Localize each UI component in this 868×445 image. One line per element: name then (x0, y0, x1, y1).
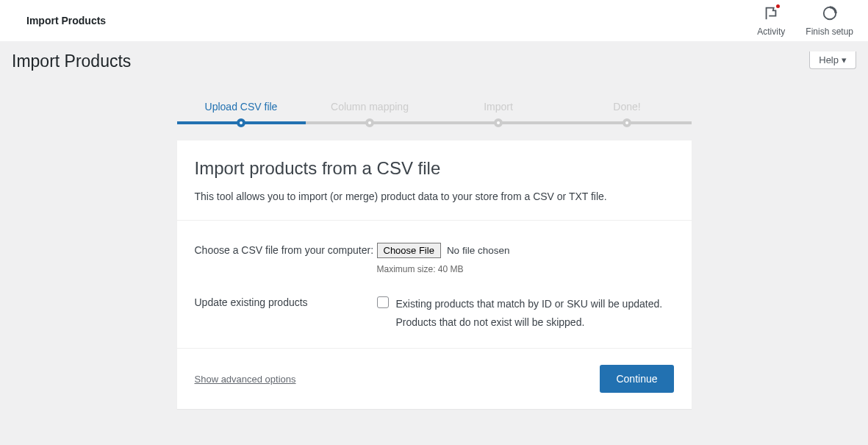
flag-icon (763, 5, 779, 24)
step-dot-icon (365, 118, 374, 127)
update-existing-checkbox[interactable] (377, 296, 389, 308)
help-button[interactable]: Help ▾ (809, 51, 856, 69)
file-status-text: No file chosen (447, 245, 510, 256)
update-row: Update existing products Existing produc… (195, 285, 674, 342)
file-row-content: Choose File No file chosen Maximum size:… (377, 243, 674, 274)
max-size-hint: Maximum size: 40 MB (377, 264, 674, 274)
finish-setup-button[interactable]: Finish setup (806, 5, 853, 37)
content-area: Import Products Help ▾ Upload CSV file C… (0, 41, 868, 438)
file-input[interactable]: Choose File No file chosen (377, 243, 674, 258)
top-bar-title: Import Products (26, 15, 106, 26)
notification-dot (776, 4, 780, 8)
step-progress: Upload CSV file Column mapping Import Do… (177, 101, 692, 124)
step-dot-icon (494, 118, 503, 127)
step-bar (563, 121, 692, 124)
file-row-label: Choose a CSV file from your computer: (195, 243, 377, 274)
step-dot-icon (623, 118, 631, 127)
update-description: Existing products that match by ID or SK… (396, 295, 674, 332)
activity-button[interactable]: Activity (757, 5, 785, 37)
card-description: This tool allows you to import (or merge… (195, 191, 674, 202)
top-bar: Import Products Activity Finish setup (0, 0, 868, 41)
step-bar (434, 121, 563, 124)
step-import: Import (434, 101, 563, 124)
step-bar (306, 121, 434, 124)
page-header: Import Products Help ▾ (12, 41, 856, 71)
update-row-content: Existing products that match by ID or SK… (377, 295, 674, 332)
help-label: Help (819, 54, 839, 65)
import-form: Choose a CSV file from your computer: Ch… (177, 221, 692, 348)
card-header: Import products from a CSV file This too… (177, 140, 692, 221)
step-upload: Upload CSV file (177, 101, 306, 124)
top-bar-actions: Activity Finish setup (757, 5, 853, 37)
step-column-mapping: Column mapping (306, 101, 434, 124)
show-advanced-link[interactable]: Show advanced options (195, 374, 296, 385)
activity-label: Activity (757, 26, 785, 37)
finish-setup-label: Finish setup (806, 26, 853, 37)
import-card: Import products from a CSV file This too… (177, 140, 692, 409)
update-row-label: Update existing products (195, 295, 377, 332)
import-wizard: Upload CSV file Column mapping Import Do… (177, 101, 692, 409)
page-title: Import Products (12, 51, 131, 71)
update-checkbox-row: Existing products that match by ID or SK… (377, 295, 674, 332)
card-footer: Show advanced options Continue (177, 348, 692, 409)
card-title: Import products from a CSV file (195, 158, 674, 179)
step-done: Done! (563, 101, 692, 124)
continue-button[interactable]: Continue (600, 365, 673, 393)
choose-file-button[interactable]: Choose File (377, 243, 441, 258)
chevron-down-icon: ▾ (842, 54, 847, 65)
file-row: Choose a CSV file from your computer: Ch… (195, 232, 674, 285)
progress-circle-icon (822, 5, 838, 24)
step-dot-icon (237, 118, 245, 127)
step-bar (177, 121, 306, 124)
